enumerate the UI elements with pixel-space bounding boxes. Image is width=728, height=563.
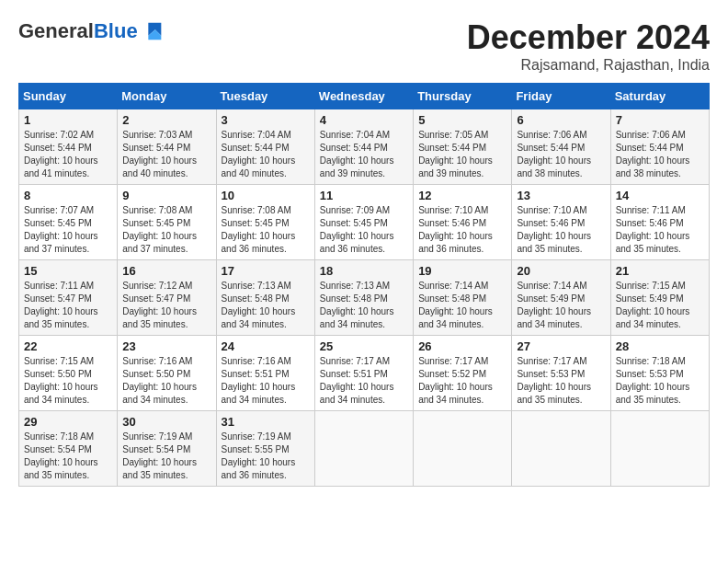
day-number: 9 (122, 189, 210, 202)
calendar-cell: 6Sunrise: 7:06 AM Sunset: 5:44 PM Daylig… (512, 109, 610, 185)
calendar-cell: 11Sunrise: 7:09 AM Sunset: 5:45 PM Dayli… (314, 185, 413, 260)
day-info: Sunrise: 7:17 AM Sunset: 5:52 PM Dayligh… (418, 355, 506, 407)
day-number: 4 (320, 113, 408, 127)
day-number: 8 (24, 189, 112, 202)
day-number: 26 (418, 339, 506, 353)
day-info: Sunrise: 7:04 AM Sunset: 5:44 PM Dayligh… (320, 129, 408, 180)
calendar-week-row: 22Sunrise: 7:15 AM Sunset: 5:50 PM Dayli… (19, 336, 710, 411)
day-info: Sunrise: 7:17 AM Sunset: 5:51 PM Dayligh… (320, 355, 408, 407)
day-info: Sunrise: 7:19 AM Sunset: 5:55 PM Dayligh… (222, 431, 310, 482)
day-info: Sunrise: 7:10 AM Sunset: 5:46 PM Dayligh… (517, 204, 605, 256)
day-info: Sunrise: 7:06 AM Sunset: 5:44 PM Dayligh… (517, 129, 605, 180)
logo: GeneralBlue (18, 18, 165, 44)
day-info: Sunrise: 7:18 AM Sunset: 5:53 PM Dayligh… (616, 355, 704, 407)
calendar-table: SundayMondayTuesdayWednesdayThursdayFrid… (18, 83, 710, 487)
day-number: 31 (222, 415, 310, 429)
day-number: 23 (122, 339, 210, 353)
month-title: December 2024 (467, 18, 710, 57)
day-number: 5 (418, 113, 506, 127)
calendar-cell: 25Sunrise: 7:17 AM Sunset: 5:51 PM Dayli… (314, 336, 413, 411)
header-sunday: Sunday (19, 84, 118, 109)
logo-icon (140, 18, 165, 44)
header-monday: Monday (118, 84, 216, 109)
calendar-cell: 2Sunrise: 7:03 AM Sunset: 5:44 PM Daylig… (118, 109, 216, 185)
calendar-week-row: 1Sunrise: 7:02 AM Sunset: 5:44 PM Daylig… (19, 109, 710, 185)
day-info: Sunrise: 7:12 AM Sunset: 5:47 PM Dayligh… (122, 280, 210, 331)
day-info: Sunrise: 7:10 AM Sunset: 5:46 PM Dayligh… (418, 204, 506, 256)
day-number: 18 (320, 264, 408, 278)
calendar-cell: 8Sunrise: 7:07 AM Sunset: 5:45 PM Daylig… (19, 185, 118, 260)
calendar-cell: 4Sunrise: 7:04 AM Sunset: 5:44 PM Daylig… (314, 109, 413, 185)
day-number: 14 (616, 189, 704, 202)
calendar-cell: 22Sunrise: 7:15 AM Sunset: 5:50 PM Dayli… (19, 336, 118, 411)
calendar-cell (512, 411, 610, 487)
header-thursday: Thursday (414, 84, 512, 109)
location-subtitle: Rajsamand, Rajasthan, India (467, 57, 710, 74)
day-info: Sunrise: 7:19 AM Sunset: 5:54 PM Dayligh… (122, 431, 210, 482)
day-info: Sunrise: 7:13 AM Sunset: 5:48 PM Dayligh… (222, 280, 310, 331)
calendar-cell (414, 411, 512, 487)
calendar-cell (314, 411, 413, 487)
day-info: Sunrise: 7:13 AM Sunset: 5:48 PM Dayligh… (320, 280, 408, 331)
calendar-cell: 31Sunrise: 7:19 AM Sunset: 5:55 PM Dayli… (216, 411, 314, 487)
calendar-cell: 23Sunrise: 7:16 AM Sunset: 5:50 PM Dayli… (118, 336, 216, 411)
calendar-week-row: 8Sunrise: 7:07 AM Sunset: 5:45 PM Daylig… (19, 185, 710, 260)
page-header: GeneralBlue December 2024 Rajsamand, Raj… (18, 18, 710, 74)
day-number: 7 (616, 113, 704, 127)
calendar-cell (610, 411, 709, 487)
day-number: 10 (222, 189, 310, 202)
calendar-cell: 21Sunrise: 7:15 AM Sunset: 5:49 PM Dayli… (610, 260, 709, 336)
calendar-cell: 3Sunrise: 7:04 AM Sunset: 5:44 PM Daylig… (216, 109, 314, 185)
calendar-cell: 19Sunrise: 7:14 AM Sunset: 5:48 PM Dayli… (414, 260, 512, 336)
day-number: 3 (222, 113, 310, 127)
header-saturday: Saturday (610, 84, 709, 109)
calendar-cell: 18Sunrise: 7:13 AM Sunset: 5:48 PM Dayli… (314, 260, 413, 336)
day-info: Sunrise: 7:08 AM Sunset: 5:45 PM Dayligh… (122, 204, 210, 256)
calendar-week-row: 29Sunrise: 7:18 AM Sunset: 5:54 PM Dayli… (19, 411, 710, 487)
day-number: 11 (320, 189, 408, 202)
header-friday: Friday (512, 84, 610, 109)
day-info: Sunrise: 7:05 AM Sunset: 5:44 PM Dayligh… (418, 129, 506, 180)
calendar-cell: 9Sunrise: 7:08 AM Sunset: 5:45 PM Daylig… (118, 185, 216, 260)
day-info: Sunrise: 7:11 AM Sunset: 5:47 PM Dayligh… (24, 280, 112, 331)
day-info: Sunrise: 7:06 AM Sunset: 5:44 PM Dayligh… (616, 129, 704, 180)
logo-general: General (18, 19, 94, 42)
day-number: 12 (418, 189, 506, 202)
day-info: Sunrise: 7:15 AM Sunset: 5:49 PM Dayligh… (616, 280, 704, 331)
calendar-cell: 16Sunrise: 7:12 AM Sunset: 5:47 PM Dayli… (118, 260, 216, 336)
day-number: 6 (517, 113, 605, 127)
day-info: Sunrise: 7:11 AM Sunset: 5:46 PM Dayligh… (616, 204, 704, 256)
calendar-cell: 12Sunrise: 7:10 AM Sunset: 5:46 PM Dayli… (414, 185, 512, 260)
calendar-cell: 24Sunrise: 7:16 AM Sunset: 5:51 PM Dayli… (216, 336, 314, 411)
day-info: Sunrise: 7:08 AM Sunset: 5:45 PM Dayligh… (222, 204, 310, 256)
day-info: Sunrise: 7:03 AM Sunset: 5:44 PM Dayligh… (122, 129, 210, 180)
day-number: 1 (24, 113, 112, 127)
calendar-week-row: 15Sunrise: 7:11 AM Sunset: 5:47 PM Dayli… (19, 260, 710, 336)
header-tuesday: Tuesday (216, 84, 314, 109)
day-info: Sunrise: 7:17 AM Sunset: 5:53 PM Dayligh… (517, 355, 605, 407)
day-number: 20 (517, 264, 605, 278)
day-info: Sunrise: 7:14 AM Sunset: 5:48 PM Dayligh… (418, 280, 506, 331)
title-block: December 2024 Rajsamand, Rajasthan, Indi… (467, 18, 710, 74)
day-number: 27 (517, 339, 605, 353)
day-number: 16 (122, 264, 210, 278)
day-number: 22 (24, 339, 112, 353)
day-info: Sunrise: 7:09 AM Sunset: 5:45 PM Dayligh… (320, 204, 408, 256)
day-number: 21 (616, 264, 704, 278)
header-wednesday: Wednesday (314, 84, 413, 109)
day-number: 17 (222, 264, 310, 278)
day-number: 2 (122, 113, 210, 127)
calendar-cell: 30Sunrise: 7:19 AM Sunset: 5:54 PM Dayli… (118, 411, 216, 487)
calendar-cell: 20Sunrise: 7:14 AM Sunset: 5:49 PM Dayli… (512, 260, 610, 336)
day-number: 13 (517, 189, 605, 202)
day-number: 25 (320, 339, 408, 353)
calendar-cell: 27Sunrise: 7:17 AM Sunset: 5:53 PM Dayli… (512, 336, 610, 411)
calendar-cell: 14Sunrise: 7:11 AM Sunset: 5:46 PM Dayli… (610, 185, 709, 260)
day-number: 15 (24, 264, 112, 278)
calendar-cell: 17Sunrise: 7:13 AM Sunset: 5:48 PM Dayli… (216, 260, 314, 336)
calendar-header-row: SundayMondayTuesdayWednesdayThursdayFrid… (19, 84, 710, 109)
day-number: 24 (222, 339, 310, 353)
calendar-cell: 28Sunrise: 7:18 AM Sunset: 5:53 PM Dayli… (610, 336, 709, 411)
calendar-cell: 7Sunrise: 7:06 AM Sunset: 5:44 PM Daylig… (610, 109, 709, 185)
day-info: Sunrise: 7:16 AM Sunset: 5:51 PM Dayligh… (222, 355, 310, 407)
